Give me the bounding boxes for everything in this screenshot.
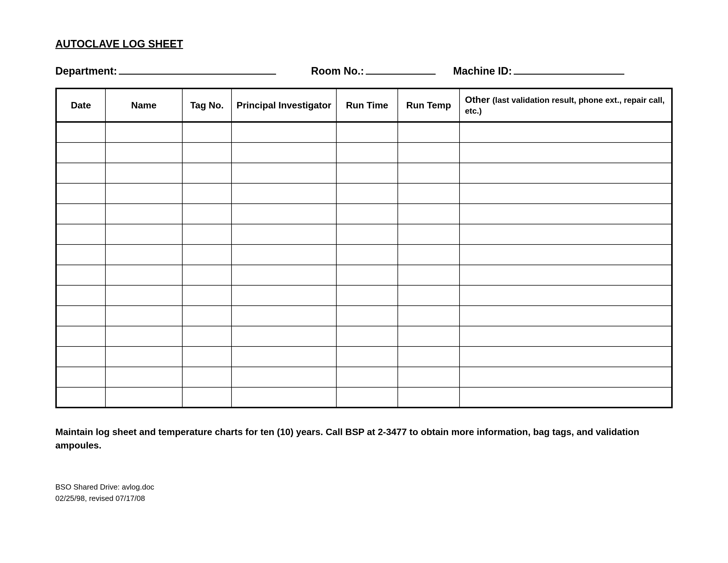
table-cell[interactable] bbox=[105, 387, 182, 408]
table-cell[interactable] bbox=[398, 183, 460, 204]
table-cell[interactable] bbox=[182, 224, 232, 244]
table-cell[interactable] bbox=[336, 122, 398, 142]
table-cell[interactable] bbox=[56, 204, 105, 224]
table-cell[interactable] bbox=[56, 122, 105, 142]
table-cell[interactable] bbox=[232, 326, 336, 347]
table-cell[interactable] bbox=[460, 387, 672, 408]
table-cell[interactable] bbox=[336, 387, 398, 408]
table-cell[interactable] bbox=[56, 183, 105, 204]
table-cell[interactable] bbox=[336, 347, 398, 367]
table-cell[interactable] bbox=[56, 306, 105, 326]
table-cell[interactable] bbox=[398, 285, 460, 306]
table-cell[interactable] bbox=[56, 224, 105, 244]
table-cell[interactable] bbox=[398, 224, 460, 244]
table-cell[interactable] bbox=[460, 367, 672, 387]
table-cell[interactable] bbox=[398, 163, 460, 183]
table-cell[interactable] bbox=[56, 387, 105, 408]
table-cell[interactable] bbox=[105, 163, 182, 183]
table-cell[interactable] bbox=[232, 347, 336, 367]
table-cell[interactable] bbox=[182, 326, 232, 347]
table-cell[interactable] bbox=[460, 326, 672, 347]
table-cell[interactable] bbox=[105, 183, 182, 204]
table-cell[interactable] bbox=[56, 347, 105, 367]
table-cell[interactable] bbox=[182, 265, 232, 285]
table-cell[interactable] bbox=[232, 204, 336, 224]
table-cell[interactable] bbox=[398, 122, 460, 142]
table-cell[interactable] bbox=[182, 285, 232, 306]
table-cell[interactable] bbox=[105, 224, 182, 244]
table-cell[interactable] bbox=[105, 204, 182, 224]
table-cell[interactable] bbox=[182, 122, 232, 142]
table-cell[interactable] bbox=[182, 142, 232, 163]
table-cell[interactable] bbox=[398, 347, 460, 367]
table-cell[interactable] bbox=[232, 244, 336, 265]
table-cell[interactable] bbox=[232, 142, 336, 163]
table-cell[interactable] bbox=[398, 265, 460, 285]
table-cell[interactable] bbox=[460, 142, 672, 163]
table-cell[interactable] bbox=[105, 244, 182, 265]
table-cell[interactable] bbox=[56, 244, 105, 265]
table-cell[interactable] bbox=[182, 204, 232, 224]
table-cell[interactable] bbox=[182, 387, 232, 408]
table-cell[interactable] bbox=[56, 265, 105, 285]
table-cell[interactable] bbox=[232, 285, 336, 306]
machine-blank[interactable] bbox=[514, 64, 624, 75]
table-cell[interactable] bbox=[336, 224, 398, 244]
table-cell[interactable] bbox=[398, 306, 460, 326]
department-blank[interactable] bbox=[119, 64, 276, 75]
table-cell[interactable] bbox=[232, 163, 336, 183]
table-cell[interactable] bbox=[232, 265, 336, 285]
table-cell[interactable] bbox=[398, 387, 460, 408]
table-cell[interactable] bbox=[460, 224, 672, 244]
table-cell[interactable] bbox=[232, 387, 336, 408]
table-cell[interactable] bbox=[56, 326, 105, 347]
table-cell[interactable] bbox=[182, 306, 232, 326]
table-cell[interactable] bbox=[460, 285, 672, 306]
table-cell[interactable] bbox=[232, 122, 336, 142]
table-cell[interactable] bbox=[460, 163, 672, 183]
table-cell[interactable] bbox=[105, 285, 182, 306]
table-cell[interactable] bbox=[232, 224, 336, 244]
table-cell[interactable] bbox=[105, 347, 182, 367]
table-cell[interactable] bbox=[182, 347, 232, 367]
table-cell[interactable] bbox=[336, 142, 398, 163]
table-cell[interactable] bbox=[182, 367, 232, 387]
table-cell[interactable] bbox=[105, 326, 182, 347]
table-cell[interactable] bbox=[336, 204, 398, 224]
table-cell[interactable] bbox=[182, 163, 232, 183]
table-cell[interactable] bbox=[105, 142, 182, 163]
table-cell[interactable] bbox=[460, 347, 672, 367]
table-cell[interactable] bbox=[336, 163, 398, 183]
table-cell[interactable] bbox=[336, 183, 398, 204]
table-cell[interactable] bbox=[105, 122, 182, 142]
table-cell[interactable] bbox=[56, 142, 105, 163]
table-cell[interactable] bbox=[398, 367, 460, 387]
table-cell[interactable] bbox=[105, 367, 182, 387]
table-cell[interactable] bbox=[460, 204, 672, 224]
table-cell[interactable] bbox=[460, 183, 672, 204]
table-cell[interactable] bbox=[398, 142, 460, 163]
table-cell[interactable] bbox=[336, 285, 398, 306]
table-cell[interactable] bbox=[182, 244, 232, 265]
table-cell[interactable] bbox=[56, 367, 105, 387]
table-cell[interactable] bbox=[232, 306, 336, 326]
table-cell[interactable] bbox=[336, 326, 398, 347]
table-cell[interactable] bbox=[105, 306, 182, 326]
table-cell[interactable] bbox=[232, 367, 336, 387]
table-cell[interactable] bbox=[398, 204, 460, 224]
table-cell[interactable] bbox=[105, 265, 182, 285]
table-cell[interactable] bbox=[398, 326, 460, 347]
table-cell[interactable] bbox=[336, 244, 398, 265]
table-cell[interactable] bbox=[336, 265, 398, 285]
table-cell[interactable] bbox=[182, 183, 232, 204]
table-cell[interactable] bbox=[460, 122, 672, 142]
table-cell[interactable] bbox=[460, 244, 672, 265]
table-cell[interactable] bbox=[232, 183, 336, 204]
table-cell[interactable] bbox=[56, 163, 105, 183]
table-cell[interactable] bbox=[336, 367, 398, 387]
table-cell[interactable] bbox=[460, 265, 672, 285]
table-cell[interactable] bbox=[398, 244, 460, 265]
table-cell[interactable] bbox=[336, 306, 398, 326]
table-cell[interactable] bbox=[460, 306, 672, 326]
room-blank[interactable] bbox=[366, 64, 436, 75]
